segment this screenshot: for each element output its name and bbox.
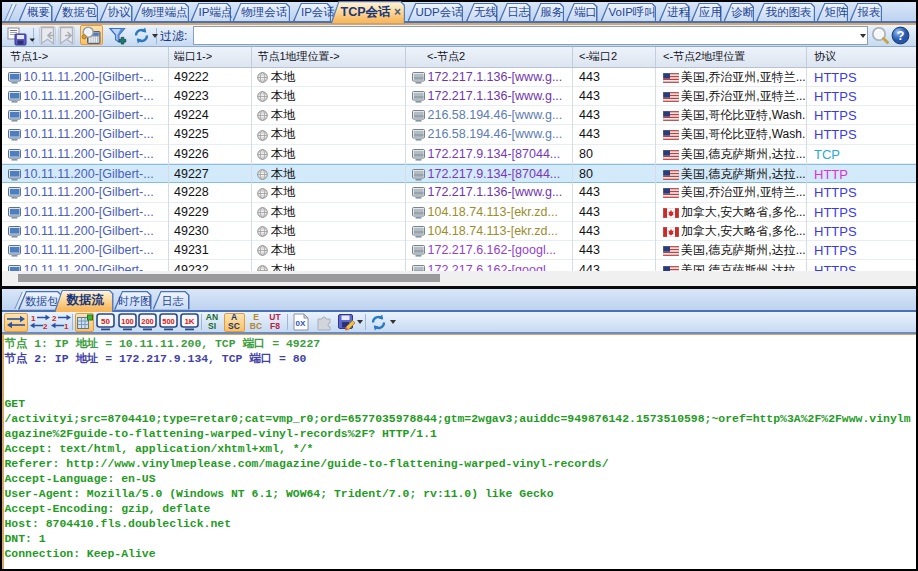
svg-text:1: 1 [64, 322, 69, 330]
svg-text:2: 2 [43, 322, 48, 330]
svg-text:200: 200 [141, 317, 154, 326]
svg-text:?: ? [897, 29, 905, 43]
svg-text:1: 1 [31, 314, 36, 323]
svg-text:2: 2 [52, 314, 57, 323]
svg-text:0X: 0X [296, 319, 306, 328]
svg-text:50: 50 [101, 317, 110, 326]
svg-text:1K: 1K [184, 317, 194, 326]
svg-text:500: 500 [162, 317, 175, 326]
svg-text:100: 100 [121, 317, 134, 326]
